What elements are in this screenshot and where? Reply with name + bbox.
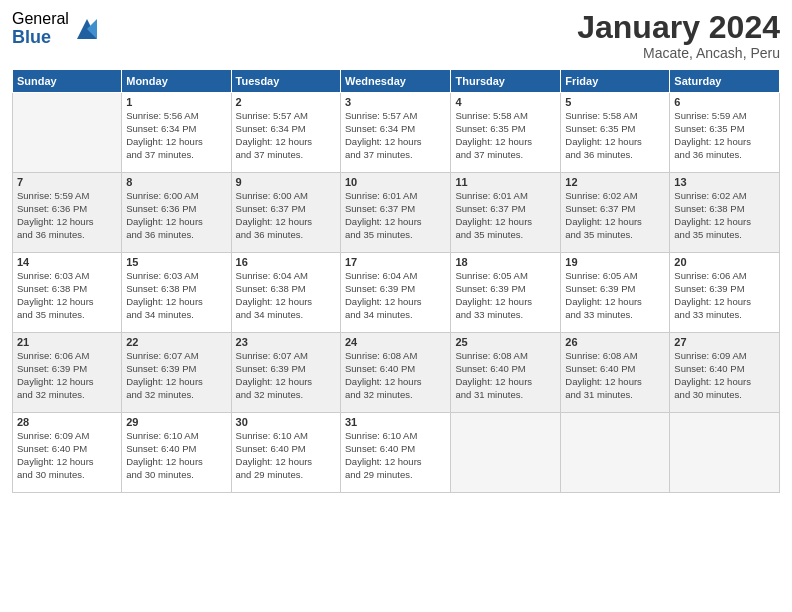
calendar-day-cell: 13Sunrise: 6:02 AMSunset: 6:38 PMDayligh… xyxy=(670,173,780,253)
calendar-day-cell: 22Sunrise: 6:07 AMSunset: 6:39 PMDayligh… xyxy=(122,333,231,413)
day-number: 5 xyxy=(565,96,665,108)
day-number: 16 xyxy=(236,256,336,268)
calendar-day-cell: 24Sunrise: 6:08 AMSunset: 6:40 PMDayligh… xyxy=(341,333,451,413)
calendar-header-row: Sunday Monday Tuesday Wednesday Thursday… xyxy=(13,70,780,93)
day-info: Sunrise: 6:09 AMSunset: 6:40 PMDaylight:… xyxy=(674,350,775,401)
day-number: 25 xyxy=(455,336,556,348)
calendar-day-cell: 10Sunrise: 6:01 AMSunset: 6:37 PMDayligh… xyxy=(341,173,451,253)
calendar-day-cell: 19Sunrise: 6:05 AMSunset: 6:39 PMDayligh… xyxy=(561,253,670,333)
calendar-day-cell xyxy=(670,413,780,493)
calendar-day-cell xyxy=(13,93,122,173)
day-number: 30 xyxy=(236,416,336,428)
day-number: 17 xyxy=(345,256,446,268)
day-number: 6 xyxy=(674,96,775,108)
calendar-day-cell: 3Sunrise: 5:57 AMSunset: 6:34 PMDaylight… xyxy=(341,93,451,173)
calendar-day-cell xyxy=(451,413,561,493)
day-info: Sunrise: 6:02 AMSunset: 6:38 PMDaylight:… xyxy=(674,190,775,241)
calendar-day-cell: 17Sunrise: 6:04 AMSunset: 6:39 PMDayligh… xyxy=(341,253,451,333)
day-number: 14 xyxy=(17,256,117,268)
header: General Blue January 2024 Macate, Ancash… xyxy=(12,10,780,61)
day-number: 11 xyxy=(455,176,556,188)
col-wednesday: Wednesday xyxy=(341,70,451,93)
day-info: Sunrise: 6:03 AMSunset: 6:38 PMDaylight:… xyxy=(17,270,117,321)
col-tuesday: Tuesday xyxy=(231,70,340,93)
calendar-day-cell: 5Sunrise: 5:58 AMSunset: 6:35 PMDaylight… xyxy=(561,93,670,173)
main-container: General Blue January 2024 Macate, Ancash… xyxy=(0,0,792,612)
title-block: January 2024 Macate, Ancash, Peru xyxy=(577,10,780,61)
calendar-day-cell: 12Sunrise: 6:02 AMSunset: 6:37 PMDayligh… xyxy=(561,173,670,253)
calendar-day-cell: 11Sunrise: 6:01 AMSunset: 6:37 PMDayligh… xyxy=(451,173,561,253)
calendar-table: Sunday Monday Tuesday Wednesday Thursday… xyxy=(12,69,780,493)
calendar-day-cell: 4Sunrise: 5:58 AMSunset: 6:35 PMDaylight… xyxy=(451,93,561,173)
col-thursday: Thursday xyxy=(451,70,561,93)
calendar-week-row: 28Sunrise: 6:09 AMSunset: 6:40 PMDayligh… xyxy=(13,413,780,493)
calendar-day-cell: 31Sunrise: 6:10 AMSunset: 6:40 PMDayligh… xyxy=(341,413,451,493)
col-monday: Monday xyxy=(122,70,231,93)
day-number: 7 xyxy=(17,176,117,188)
day-info: Sunrise: 6:08 AMSunset: 6:40 PMDaylight:… xyxy=(565,350,665,401)
logo-blue: Blue xyxy=(12,28,69,48)
day-info: Sunrise: 6:02 AMSunset: 6:37 PMDaylight:… xyxy=(565,190,665,241)
day-number: 18 xyxy=(455,256,556,268)
day-info: Sunrise: 5:59 AMSunset: 6:36 PMDaylight:… xyxy=(17,190,117,241)
col-sunday: Sunday xyxy=(13,70,122,93)
day-info: Sunrise: 6:07 AMSunset: 6:39 PMDaylight:… xyxy=(126,350,226,401)
calendar-week-row: 14Sunrise: 6:03 AMSunset: 6:38 PMDayligh… xyxy=(13,253,780,333)
day-info: Sunrise: 6:10 AMSunset: 6:40 PMDaylight:… xyxy=(345,430,446,481)
calendar-day-cell: 20Sunrise: 6:06 AMSunset: 6:39 PMDayligh… xyxy=(670,253,780,333)
day-info: Sunrise: 5:57 AMSunset: 6:34 PMDaylight:… xyxy=(236,110,336,161)
calendar-day-cell: 15Sunrise: 6:03 AMSunset: 6:38 PMDayligh… xyxy=(122,253,231,333)
logo: General Blue xyxy=(12,10,101,47)
day-number: 19 xyxy=(565,256,665,268)
calendar-day-cell: 14Sunrise: 6:03 AMSunset: 6:38 PMDayligh… xyxy=(13,253,122,333)
day-info: Sunrise: 5:58 AMSunset: 6:35 PMDaylight:… xyxy=(565,110,665,161)
col-saturday: Saturday xyxy=(670,70,780,93)
calendar-day-cell: 9Sunrise: 6:00 AMSunset: 6:37 PMDaylight… xyxy=(231,173,340,253)
day-number: 27 xyxy=(674,336,775,348)
day-number: 9 xyxy=(236,176,336,188)
day-info: Sunrise: 6:10 AMSunset: 6:40 PMDaylight:… xyxy=(236,430,336,481)
calendar-day-cell: 27Sunrise: 6:09 AMSunset: 6:40 PMDayligh… xyxy=(670,333,780,413)
day-info: Sunrise: 6:05 AMSunset: 6:39 PMDaylight:… xyxy=(455,270,556,321)
calendar-day-cell: 8Sunrise: 6:00 AMSunset: 6:36 PMDaylight… xyxy=(122,173,231,253)
calendar-day-cell: 6Sunrise: 5:59 AMSunset: 6:35 PMDaylight… xyxy=(670,93,780,173)
day-info: Sunrise: 6:01 AMSunset: 6:37 PMDaylight:… xyxy=(345,190,446,241)
day-info: Sunrise: 6:06 AMSunset: 6:39 PMDaylight:… xyxy=(674,270,775,321)
day-number: 28 xyxy=(17,416,117,428)
calendar-day-cell: 7Sunrise: 5:59 AMSunset: 6:36 PMDaylight… xyxy=(13,173,122,253)
calendar-day-cell: 26Sunrise: 6:08 AMSunset: 6:40 PMDayligh… xyxy=(561,333,670,413)
calendar-day-cell: 25Sunrise: 6:08 AMSunset: 6:40 PMDayligh… xyxy=(451,333,561,413)
day-number: 23 xyxy=(236,336,336,348)
location: Macate, Ancash, Peru xyxy=(577,45,780,61)
calendar-day-cell: 23Sunrise: 6:07 AMSunset: 6:39 PMDayligh… xyxy=(231,333,340,413)
day-info: Sunrise: 6:06 AMSunset: 6:39 PMDaylight:… xyxy=(17,350,117,401)
calendar-day-cell: 1Sunrise: 5:56 AMSunset: 6:34 PMDaylight… xyxy=(122,93,231,173)
calendar-day-cell: 21Sunrise: 6:06 AMSunset: 6:39 PMDayligh… xyxy=(13,333,122,413)
day-info: Sunrise: 6:01 AMSunset: 6:37 PMDaylight:… xyxy=(455,190,556,241)
day-number: 31 xyxy=(345,416,446,428)
day-info: Sunrise: 6:04 AMSunset: 6:38 PMDaylight:… xyxy=(236,270,336,321)
month-year: January 2024 xyxy=(577,10,780,45)
day-info: Sunrise: 6:08 AMSunset: 6:40 PMDaylight:… xyxy=(455,350,556,401)
day-number: 20 xyxy=(674,256,775,268)
logo-text: General Blue xyxy=(12,10,69,47)
day-info: Sunrise: 5:56 AMSunset: 6:34 PMDaylight:… xyxy=(126,110,226,161)
day-number: 2 xyxy=(236,96,336,108)
day-number: 10 xyxy=(345,176,446,188)
calendar-day-cell xyxy=(561,413,670,493)
day-info: Sunrise: 6:08 AMSunset: 6:40 PMDaylight:… xyxy=(345,350,446,401)
col-friday: Friday xyxy=(561,70,670,93)
day-info: Sunrise: 6:09 AMSunset: 6:40 PMDaylight:… xyxy=(17,430,117,481)
day-number: 29 xyxy=(126,416,226,428)
logo-general: General xyxy=(12,10,69,28)
day-number: 24 xyxy=(345,336,446,348)
calendar-day-cell: 28Sunrise: 6:09 AMSunset: 6:40 PMDayligh… xyxy=(13,413,122,493)
day-number: 15 xyxy=(126,256,226,268)
calendar-day-cell: 18Sunrise: 6:05 AMSunset: 6:39 PMDayligh… xyxy=(451,253,561,333)
day-number: 8 xyxy=(126,176,226,188)
day-info: Sunrise: 5:58 AMSunset: 6:35 PMDaylight:… xyxy=(455,110,556,161)
day-number: 3 xyxy=(345,96,446,108)
day-number: 4 xyxy=(455,96,556,108)
day-number: 1 xyxy=(126,96,226,108)
day-number: 13 xyxy=(674,176,775,188)
